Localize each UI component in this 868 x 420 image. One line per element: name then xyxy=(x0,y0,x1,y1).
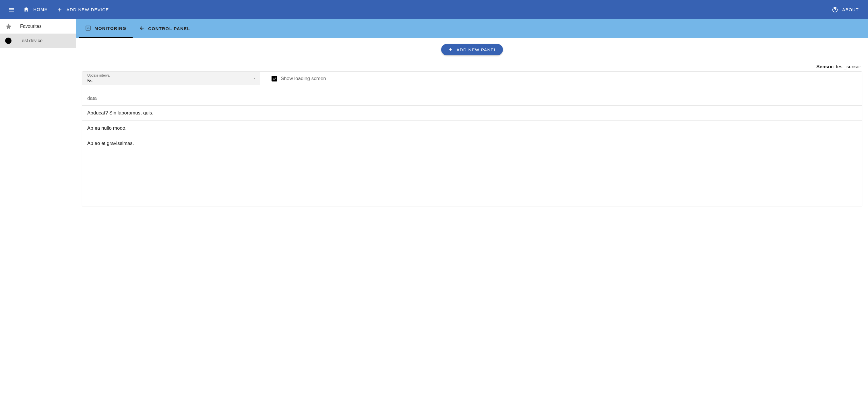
sidebar-item-label: Test device xyxy=(20,38,42,43)
main: MONITORING CONTROL PANEL ADD NEW PANEL S… xyxy=(76,19,868,420)
sensor-label: Sensor: xyxy=(816,64,834,69)
tab-control-panel[interactable]: CONTROL PANEL xyxy=(133,19,196,38)
device-dot-icon xyxy=(5,38,11,44)
app-bar-right: ABOUT xyxy=(827,0,863,19)
tab-label: CONTROL PANEL xyxy=(148,26,190,31)
tab-bar: MONITORING CONTROL PANEL xyxy=(76,19,868,38)
move-icon xyxy=(139,26,145,32)
sensor-indicator: Sensor: test_sensor xyxy=(82,64,862,70)
table-header: data xyxy=(82,92,862,105)
show-loading-checkbox[interactable]: Show loading screen xyxy=(272,76,326,82)
tab-monitoring[interactable]: MONITORING xyxy=(79,19,133,38)
panel-controls: Update interval 5s Show loading screen xyxy=(82,72,862,85)
menu-button[interactable] xyxy=(5,3,19,17)
home-icon xyxy=(23,6,29,12)
checkbox-checked-icon xyxy=(272,76,277,82)
hamburger-icon xyxy=(8,6,15,13)
sidebar-item-label: Favourites xyxy=(20,24,42,29)
add-panel-label: ADD NEW PANEL xyxy=(457,47,497,52)
app-bar-left: HOME ADD NEW DEVICE xyxy=(5,0,113,19)
help-circle-icon xyxy=(832,7,838,13)
content: ADD NEW PANEL Sensor: test_sensor Update… xyxy=(76,38,868,420)
checkbox-label: Show loading screen xyxy=(281,76,326,82)
nav-home-label: HOME xyxy=(33,7,48,12)
table-row: Ab eo et gravissimas. xyxy=(82,136,862,151)
plus-icon xyxy=(447,47,453,53)
chevron-down-icon xyxy=(253,76,256,80)
nav-add-device[interactable]: ADD NEW DEVICE xyxy=(52,0,114,19)
add-panel-row: ADD NEW PANEL xyxy=(82,44,862,55)
sidebar-item-favourites[interactable]: Favourites xyxy=(0,19,76,34)
app-bar: HOME ADD NEW DEVICE ABOUT xyxy=(0,0,868,19)
table-row: Ab ea nullo modo. xyxy=(82,121,862,136)
data-table: data Abducat? Sin laboramus, quis. Ab ea… xyxy=(82,92,862,151)
add-panel-button[interactable]: ADD NEW PANEL xyxy=(441,44,503,55)
star-icon xyxy=(5,23,12,30)
nav-home[interactable]: HOME xyxy=(19,0,52,19)
chart-bar-icon xyxy=(85,25,91,31)
sensor-value: test_sensor xyxy=(836,64,861,69)
sidebar: Favourites Test device xyxy=(0,19,76,420)
nav-add-device-label: ADD NEW DEVICE xyxy=(67,7,109,12)
tab-label: MONITORING xyxy=(94,26,126,31)
nav-about-label: ABOUT xyxy=(842,7,859,12)
monitoring-panel: Update interval 5s Show loading screen xyxy=(82,71,862,206)
update-interval-select[interactable]: Update interval 5s xyxy=(82,72,260,85)
select-value: 5s xyxy=(87,78,257,84)
select-label: Update interval xyxy=(87,73,257,77)
nav-about[interactable]: ABOUT xyxy=(827,0,863,19)
sidebar-item-test-device[interactable]: Test device xyxy=(0,34,76,48)
shell: Favourites Test device MONITORING CONTRO… xyxy=(0,19,868,420)
plus-icon xyxy=(57,7,63,12)
table-row: Abducat? Sin laboramus, quis. xyxy=(82,105,862,121)
